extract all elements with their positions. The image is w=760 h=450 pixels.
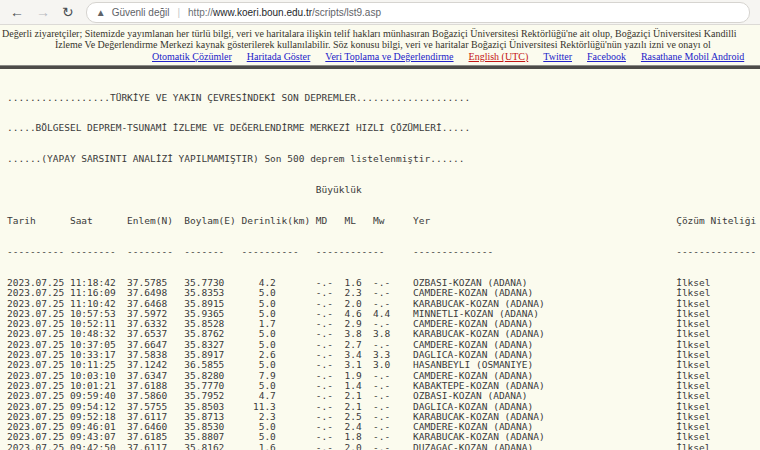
reload-icon[interactable]: ↻: [62, 5, 74, 19]
nav-link-4[interactable]: English (UTC): [469, 51, 529, 63]
url-host: www.koeri.boun.edu.tr: [213, 7, 312, 18]
not-secure-warning-icon[interactable]: ▲: [96, 7, 106, 18]
earthquake-list: ..................TÜRKİYE VE YAKIN ÇEVRE…: [0, 69, 760, 450]
table-row[interactable]: 2023.07.25 09:42:50 37.6117 35.8162 1.6 …: [0, 443, 760, 450]
table-column-headers: Tarih Saat Enlem(N) Boylam(E) Derinlik(k…: [0, 216, 760, 226]
nav-link-3[interactable]: Veri Toplama ve Değerlendirme: [325, 51, 453, 63]
table-title-line: ..................TÜRKİYE VE YAKIN ÇEVRE…: [0, 93, 760, 103]
browser-toolbar: ← → ↻ ▲ Güvenli değil | http://www.koeri…: [0, 0, 760, 25]
copyright-notice-line1: Değerli ziyaretçiler; Sitemizde yayımlan…: [2, 28, 760, 39]
nav-links-row: Otomatik ÇözümlerHaritada GösterVeri Top…: [152, 51, 760, 63]
nav-link-2[interactable]: Haritada Göster: [247, 51, 311, 63]
back-icon[interactable]: ←: [10, 5, 24, 19]
url-scheme: http://: [188, 7, 213, 18]
nav-link-5[interactable]: Twitter: [543, 51, 572, 63]
table-title-line: .....BÖLGESEL DEPREM-TSUNAMİ İZLEME VE D…: [0, 123, 760, 133]
forward-icon[interactable]: →: [36, 5, 50, 19]
table-rows: 2023.07.25 11:18:42 37.5785 35.7730 4.2 …: [0, 278, 760, 450]
nav-link-7[interactable]: Rasathane Mobil Android: [641, 51, 744, 63]
nav-link-1[interactable]: Otomatik Çözümler: [152, 51, 232, 63]
security-label: Güvenli değil: [112, 7, 170, 18]
nav-link-6[interactable]: Facebook: [587, 51, 626, 63]
table-row[interactable]: 2023.07.25 11:16:09 37.6498 35.8353 5.0 …: [0, 288, 760, 298]
url-text: http://www.koeri.boun.edu.tr/scripts/lst…: [188, 7, 381, 18]
table-header-divider: ---------- -------- -------- ------- ---…: [0, 247, 760, 257]
magnitude-group-label: Büyüklük: [0, 185, 760, 195]
copyright-notice-line2: İzleme Ve Değerlendirme Merkezi kaynak g…: [55, 39, 760, 50]
omnibox-divider: |: [175, 7, 182, 18]
table-title-line: ......(YAPAY SARSINTI ANALİZİ YAPILMAMIŞ…: [0, 154, 760, 164]
table-row[interactable]: 2023.07.25 09:59:40 37.5860 35.7952 4.7 …: [0, 391, 760, 401]
url-path: /scripts/lst9.asp: [312, 7, 381, 18]
copyright-notice: Değerli ziyaretçiler; Sitemizde yayımlan…: [0, 28, 760, 50]
address-bar[interactable]: ▲ Güvenli değil | http://www.koeri.boun.…: [86, 2, 750, 23]
